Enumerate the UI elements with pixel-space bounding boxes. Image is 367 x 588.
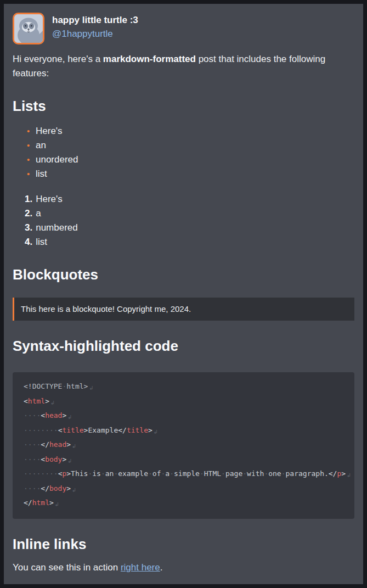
list-item: 1.Here's <box>25 192 354 206</box>
intro-text-pre: Hi everyone, here's a <box>13 54 103 64</box>
code-punctuation: </ <box>118 426 127 434</box>
code-text: one <box>268 469 281 478</box>
code-tag-name: html <box>32 499 49 507</box>
blockquote: This here is a blockquote! Copyright me,… <box>13 298 354 321</box>
bullet-marker: • <box>27 153 36 167</box>
list-item: •unordered <box>27 153 354 167</box>
code-tag-name: body <box>49 484 66 492</box>
list-item: 3.numbered <box>25 221 354 235</box>
code-punctuation: > <box>62 411 66 419</box>
code-line: ········<p>This·is·an·example·of·a·simpl… <box>24 467 343 482</box>
unordered-list: •Here's•an•unordered•list <box>13 124 354 181</box>
heading-inline-links: Inline links <box>13 535 354 553</box>
code-tag-name: head <box>49 440 66 449</box>
code-text: paragraph. <box>286 469 329 478</box>
end-of-line-marker: ↲ <box>55 501 59 507</box>
code-punctuation: </ <box>41 440 49 449</box>
whitespace-marker: · <box>221 469 225 478</box>
code-text: HTML <box>204 469 221 478</box>
whitespace-marker: ···· <box>24 455 41 463</box>
code-tag-name: body <box>45 455 62 463</box>
code-punctuation: > <box>49 499 54 507</box>
bullet-marker: • <box>27 167 36 181</box>
list-item-label: a <box>36 208 41 219</box>
list-item-label: list <box>36 169 47 179</box>
whitespace-marker: · <box>200 469 204 478</box>
list-item-label: Here's <box>36 126 63 136</box>
end-of-line-marker: ↲ <box>347 472 351 478</box>
list-item: 4.list <box>25 235 354 249</box>
code-punctuation: < <box>24 397 28 405</box>
code-punctuation: > <box>66 484 71 492</box>
code-punctuation: < <box>41 411 45 419</box>
list-item: •Here's <box>27 124 354 138</box>
right-here-link[interactable]: right here <box>121 562 160 573</box>
code-keyword: <!DOCTYPE <box>24 382 62 390</box>
whitespace-marker: · <box>148 469 153 478</box>
whitespace-marker: · <box>170 469 174 478</box>
code-text: This <box>71 469 88 478</box>
code-punctuation: > <box>341 469 346 478</box>
display-name[interactable]: happy little turtle :3 <box>52 14 138 27</box>
code-text: with <box>247 469 264 478</box>
code-line: ····<head>↲ <box>24 409 343 424</box>
code-line: <!DOCTYPE·html>↲ <box>24 380 343 395</box>
list-item: 2.a <box>25 206 354 221</box>
whitespace-marker: · <box>281 469 286 478</box>
heading-blockquotes: Blockquotes <box>13 266 354 283</box>
intro-paragraph: Hi everyone, here's a markdown-formatted… <box>13 52 354 81</box>
code-punctuation: </ <box>24 499 32 507</box>
heading-syntax-highlighted-code: Syntax-highlighted code <box>13 337 354 355</box>
avatar[interactable] <box>13 13 44 44</box>
intro-text-bold: markdown-formatted <box>103 54 196 64</box>
code-tag-name: html <box>28 397 45 405</box>
whitespace-marker: ········ <box>24 469 58 478</box>
list-item-label: an <box>36 140 46 150</box>
whitespace-marker: · <box>101 469 105 478</box>
end-of-line-marker: ↲ <box>89 385 93 391</box>
post-header: happy little turtle :3 @1happyturtle <box>13 13 354 44</box>
whitespace-marker: ···· <box>24 484 41 492</box>
code-text: page <box>225 469 242 478</box>
number-marker: 4. <box>25 235 32 249</box>
list-item-label: Here's <box>36 194 63 204</box>
list-item-label: unordered <box>36 154 78 165</box>
author-identity: happy little turtle :3 @1happyturtle <box>52 13 138 41</box>
number-marker: 1. <box>25 192 32 206</box>
ordered-list: 1.Here's2.a3.numbered4.list <box>13 192 354 249</box>
list-item: •list <box>27 167 354 181</box>
code-keyword: html> <box>66 382 88 390</box>
code-punctuation: </ <box>41 484 49 492</box>
code-text: an <box>105 469 114 478</box>
list-item-label: list <box>36 237 47 247</box>
code-punctuation: > <box>148 426 153 434</box>
end-of-line-marker: ↲ <box>67 414 72 420</box>
whitespace-marker: · <box>242 469 247 478</box>
code-punctuation: < <box>41 455 45 463</box>
end-of-line-marker: ↲ <box>50 400 55 406</box>
code-tag-name: head <box>45 411 62 419</box>
code-text: example <box>118 469 148 478</box>
list-item-label: numbered <box>36 222 78 233</box>
code-punctuation: > <box>45 397 49 405</box>
whitespace-marker: ···· <box>24 411 41 419</box>
list-item: •an <box>27 138 354 153</box>
sloth-avatar-image <box>14 14 43 43</box>
account-handle[interactable]: @1happyturtle <box>52 29 113 39</box>
code-line: <html>↲ <box>24 395 343 410</box>
whitespace-marker: ········ <box>24 426 58 434</box>
end-of-line-marker: ↲ <box>72 443 76 449</box>
code-tag-name: title <box>62 426 83 434</box>
code-tag-name: title <box>127 426 148 434</box>
number-marker: 3. <box>25 221 32 235</box>
code-text: of <box>153 469 161 478</box>
code-punctuation: > <box>66 440 71 449</box>
code-line: ········<title>Example</title>↲ <box>24 424 343 439</box>
code-line: ····</head>↲ <box>24 438 343 453</box>
whitespace-marker: ···· <box>24 440 41 449</box>
link-text-pre: You can see this in action <box>13 562 121 573</box>
outro-paragraph: Thanks for reading! <box>13 584 354 585</box>
code-line: ····<body>↲ <box>24 453 343 468</box>
bullet-marker: • <box>27 138 36 153</box>
blockquote-text: This here is a blockquote! Copyright me,… <box>21 304 191 313</box>
